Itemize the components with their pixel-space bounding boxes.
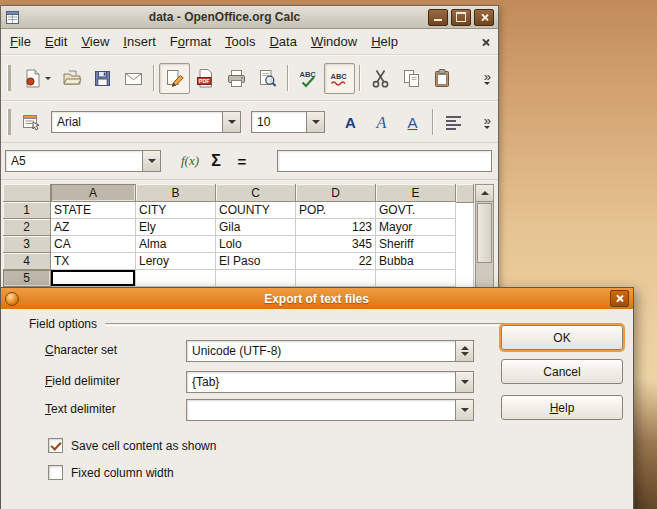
name-box-dropdown[interactable] [142, 150, 161, 172]
toolbar-handle[interactable] [7, 65, 11, 91]
cell-B4[interactable]: Leroy [136, 253, 216, 270]
cell-C1[interactable]: COUNTY [216, 202, 296, 219]
print-button[interactable] [221, 63, 252, 94]
minimize-button[interactable] [428, 9, 448, 26]
dropdown-arrow-icon[interactable] [455, 400, 473, 420]
column-header-b[interactable]: B [136, 184, 216, 202]
cell-A2[interactable]: AZ [51, 219, 136, 236]
menu-edit[interactable]: Edit [38, 30, 74, 53]
menu-data[interactable]: Data [262, 30, 303, 53]
row-header-4[interactable]: 4 [3, 253, 51, 270]
column-header-a[interactable]: A [51, 184, 136, 202]
cell-A1[interactable]: STATE [51, 202, 136, 219]
function-wizard-button[interactable]: f(x) [177, 149, 203, 173]
toolbar-handle[interactable] [7, 109, 11, 135]
cancel-button[interactable]: Cancel [501, 359, 623, 384]
cell-C4[interactable]: El Paso [216, 253, 296, 270]
dialog-close-button[interactable] [610, 290, 629, 307]
bold-button[interactable]: A [335, 107, 366, 138]
cell-A5[interactable] [51, 270, 136, 287]
menu-tools[interactable]: Tools [218, 30, 262, 53]
cell-B1[interactable]: CITY [136, 202, 216, 219]
cell-E5[interactable] [376, 270, 456, 287]
menu-insert[interactable]: Insert [116, 30, 163, 53]
row-header-1[interactable]: 1 [3, 202, 51, 219]
cell-D1[interactable]: POP. [296, 202, 376, 219]
partial-column-header[interactable] [456, 184, 474, 203]
fixed-column-width-checkbox[interactable] [48, 465, 63, 480]
export-pdf-button[interactable]: PDF [190, 63, 221, 94]
edit-file-button[interactable] [159, 63, 190, 94]
field-delimiter-combo[interactable]: {Tab} [186, 371, 474, 393]
menu-help[interactable]: Help [364, 30, 405, 53]
formula-input[interactable] [277, 150, 492, 172]
chevron-down-icon[interactable] [45, 77, 51, 80]
cell-C2[interactable]: Gila [216, 219, 296, 236]
character-set-combo[interactable]: Unicode (UTF-8) [186, 340, 474, 362]
menu-view[interactable]: View [74, 30, 116, 53]
spin-arrows-icon[interactable] [455, 341, 473, 361]
menu-format[interactable]: Format [163, 30, 218, 53]
window-titlebar[interactable]: data - OpenOffice.org Calc [1, 6, 498, 29]
function-equals-button[interactable]: = [229, 149, 255, 173]
help-button[interactable]: Help [501, 395, 623, 420]
font-size-combo[interactable]: 10 [251, 111, 325, 133]
font-name-combo[interactable]: Arial [51, 111, 241, 133]
cell-E4[interactable]: Bubba [376, 253, 456, 270]
cell-E3[interactable]: Sheriff [376, 236, 456, 253]
font-size-dropdown[interactable] [306, 111, 325, 133]
close-button[interactable] [474, 9, 494, 26]
cell-C5[interactable] [216, 270, 296, 287]
cell-B3[interactable]: Alma [136, 236, 216, 253]
send-email-button[interactable] [118, 63, 149, 94]
maximize-button[interactable] [451, 9, 471, 26]
menu-window[interactable]: Window [304, 30, 364, 53]
column-header-e[interactable]: E [376, 184, 456, 202]
row-header-2[interactable]: 2 [3, 219, 51, 236]
dropdown-arrow-icon[interactable] [455, 372, 473, 392]
autospellcheck-button[interactable]: ABC [324, 63, 355, 94]
cell-A4[interactable]: TX [51, 253, 136, 270]
copy-button[interactable] [396, 63, 427, 94]
cell-E2[interactable]: Mayor [376, 219, 456, 236]
text-delimiter-combo[interactable] [186, 399, 474, 421]
column-header-c[interactable]: C [216, 184, 296, 202]
cell-E1[interactable]: GOVT. [376, 202, 456, 219]
styles-and-formatting-button[interactable] [16, 107, 47, 138]
save-cell-content-as-shown-checkbox[interactable] [48, 438, 63, 453]
spellcheck-button[interactable]: ABC [293, 63, 324, 94]
paste-button[interactable] [427, 63, 458, 94]
row-header-3[interactable]: 3 [3, 236, 51, 253]
dialog-titlebar[interactable]: Export of text files [1, 288, 633, 309]
cell-B5[interactable] [136, 270, 216, 287]
italic-button[interactable]: A [366, 107, 397, 138]
menu-file[interactable]: File [3, 30, 38, 53]
font-name-dropdown[interactable] [222, 111, 241, 133]
cell-D4[interactable]: 22 [296, 253, 376, 270]
align-left-button[interactable] [438, 107, 469, 138]
name-box[interactable]: A5 [5, 150, 161, 172]
close-document-button[interactable] [481, 36, 490, 50]
row-header-5[interactable]: 5 [3, 270, 51, 287]
column-header-d[interactable]: D [296, 184, 376, 202]
ok-button[interactable]: OK [501, 325, 623, 350]
page-preview-button[interactable] [252, 63, 283, 94]
cell-C3[interactable]: Lolo [216, 236, 296, 253]
cell-B2[interactable]: Ely [136, 219, 216, 236]
cell-D3[interactable]: 345 [296, 236, 376, 253]
open-document-button[interactable] [56, 63, 87, 94]
save-document-button[interactable] [87, 63, 118, 94]
underline-button[interactable]: A [397, 107, 428, 138]
cell-D5[interactable] [296, 270, 376, 287]
cell-D2[interactable]: 123 [296, 219, 376, 236]
sum-button[interactable]: Σ [203, 149, 229, 173]
cut-button[interactable] [365, 63, 396, 94]
toolbar-overflow-button[interactable]: » [481, 72, 494, 85]
scroll-up-button[interactable] [476, 185, 493, 202]
toolbar-overflow-button[interactable]: » [481, 116, 494, 129]
cell-A3[interactable]: CA [51, 236, 136, 253]
scrollbar-thumb[interactable] [477, 203, 492, 263]
new-document-button[interactable] [16, 63, 56, 94]
vertical-scrollbar[interactable] [475, 184, 494, 301]
select-all-corner[interactable] [3, 184, 51, 202]
